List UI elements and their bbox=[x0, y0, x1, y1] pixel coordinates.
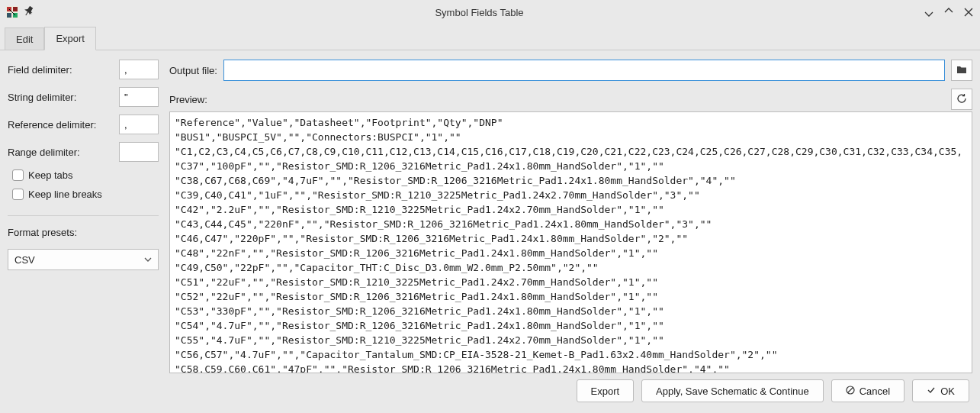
reference-delimiter-label: Reference delimiter: bbox=[8, 119, 113, 131]
right-column: Output file: Preview: "Reference","Value… bbox=[169, 60, 972, 373]
window-title: Symbol Fields Table bbox=[35, 7, 924, 18]
format-presets-label: Format presets: bbox=[8, 227, 159, 238]
format-preset-select[interactable]: CSV bbox=[8, 249, 159, 270]
svg-rect-3 bbox=[7, 13, 11, 18]
cancel-button-label: Cancel bbox=[860, 386, 890, 397]
left-column: Field delimiter: String delimiter: Refer… bbox=[8, 60, 159, 373]
folder-icon bbox=[956, 64, 967, 77]
pin-icon[interactable] bbox=[24, 6, 35, 19]
field-delimiter-label: Field delimiter: bbox=[8, 64, 113, 76]
svg-rect-2 bbox=[13, 7, 18, 11]
preview-textarea[interactable]: "Reference","Value","Datasheet","Footpri… bbox=[169, 111, 972, 373]
string-delimiter-input[interactable] bbox=[119, 87, 159, 107]
keep-line-breaks-label: Keep line breaks bbox=[28, 189, 102, 200]
string-delimiter-label: String delimiter: bbox=[8, 92, 113, 103]
range-delimiter-input[interactable] bbox=[119, 142, 159, 162]
tab-underline bbox=[0, 50, 980, 50]
reference-delimiter-input[interactable] bbox=[119, 115, 159, 134]
titlebar: Symbol Fields Table bbox=[0, 0, 980, 24]
tab-export[interactable]: Export bbox=[44, 27, 96, 50]
browse-button[interactable] bbox=[951, 60, 972, 81]
tab-edit[interactable]: Edit bbox=[5, 27, 44, 50]
apply-button-label: Apply, Save Schematic & Continue bbox=[656, 386, 809, 397]
tabstrip: Edit Export bbox=[0, 24, 980, 50]
preview-label: Preview: bbox=[169, 94, 207, 105]
window: Symbol Fields Table Edit Export Field de… bbox=[0, 0, 980, 413]
cancel-button[interactable]: Cancel bbox=[831, 379, 904, 402]
footer: Export Apply, Save Schematic & Continue … bbox=[0, 376, 980, 413]
export-button-label: Export bbox=[591, 386, 620, 397]
ok-button[interactable]: OK bbox=[912, 379, 969, 402]
keep-tabs-label: Keep tabs bbox=[28, 169, 73, 181]
svg-line-7 bbox=[847, 387, 853, 392]
field-delimiter-input[interactable] bbox=[119, 60, 159, 79]
divider bbox=[8, 215, 159, 216]
keep-line-breaks-checkbox[interactable] bbox=[12, 189, 24, 200]
refresh-button[interactable] bbox=[951, 89, 972, 110]
maximize-button[interactable] bbox=[943, 7, 954, 18]
range-delimiter-label: Range delimiter: bbox=[8, 147, 113, 158]
cancel-icon bbox=[846, 386, 855, 397]
export-button[interactable]: Export bbox=[577, 379, 635, 402]
app-icon bbox=[6, 6, 18, 18]
chevron-down-icon bbox=[144, 254, 152, 266]
refresh-icon bbox=[956, 93, 967, 106]
keep-tabs-checkbox[interactable] bbox=[12, 169, 24, 181]
ok-button-label: OK bbox=[940, 386, 955, 397]
body: Field delimiter: String delimiter: Refer… bbox=[0, 50, 980, 376]
output-file-label: Output file: bbox=[169, 65, 217, 76]
apply-button[interactable]: Apply, Save Schematic & Continue bbox=[641, 379, 824, 402]
output-file-input[interactable] bbox=[223, 60, 945, 81]
check-icon bbox=[927, 386, 936, 397]
format-preset-value: CSV bbox=[14, 254, 35, 266]
minimize-button[interactable] bbox=[924, 7, 934, 18]
close-button[interactable] bbox=[963, 7, 974, 18]
